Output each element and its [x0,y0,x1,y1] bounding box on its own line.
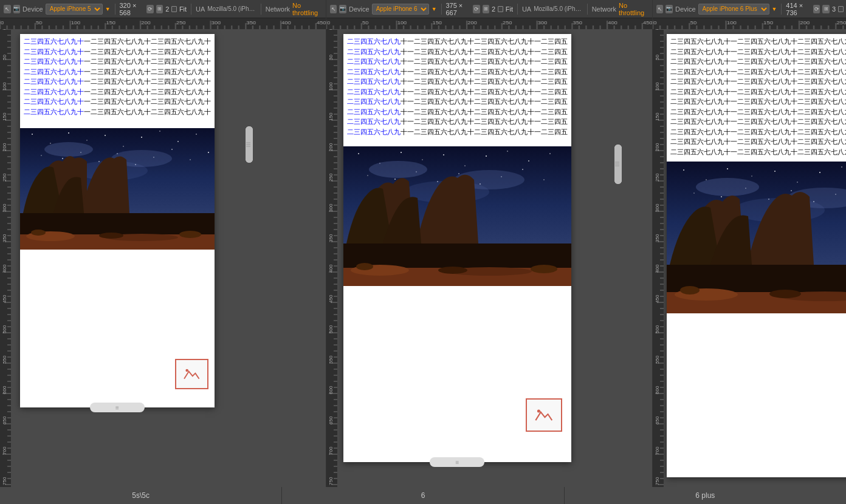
network-label-1: Network [266,5,290,13]
fit-label-2: Fit [506,5,513,13]
svg-point-30 [99,233,123,239]
text-row-3j: 二三四五六七八九十一二三四五六七八九十二三四五六七八九十一二三四五六七八九十 [670,127,846,137]
text-row-2g: 二三四五六七八九十一二三四五六七八九十二三四五六七八九十一二三四五六七八九十 [347,97,568,107]
text-row-2h: 二三四五六七八九十一二三四五六七八九十二三四五六七八九十一二三四五六七八九十 [347,107,568,117]
dims-3: 414 × 736 [786,2,811,16]
svg-point-2 [50,143,51,144]
text-row-2c: 二三四五六七八九十一二三四五六七八九十二三四五六七八九十一二三四五六七八九十 [347,56,568,67]
h-ruler-2 [326,18,652,29]
rotate-icon-2[interactable]: ⟳ [473,5,480,13]
h-ruler-canvas-3 [653,18,846,29]
text-row-3b: 二三四五六七八九十一二三四五六七八九十二三四五六七八九十一二三四五六七八九十 [670,47,846,57]
text-row-1d: 二三四五六七八九十一二三四五六七八九十二三四五六七八九十一二三四五六七八九十 [24,67,211,77]
text-row-3k: 二三四五六七八九十一二三四五六七八九十二三四五六七八九十一二三四五六七八九十 [670,137,846,147]
device-select-2[interactable]: Apple iPhone 6 [372,4,429,15]
svg-point-38 [464,165,466,166]
scrollbar-h-2[interactable]: ≡ [430,457,484,467]
toolbar-1: ↖ 📷 Device Apple iPhone 5 ▼ 320 × 568 ⟳ … [0,0,326,18]
scrollbar-v-2[interactable]: ||| [614,145,622,184]
fit-icon-2[interactable]: ⊞ [483,5,490,13]
device-chevron-2: ▼ [432,6,437,12]
svg-point-37 [443,154,444,155]
ua-label-1: UA [196,5,205,13]
cursor-icon-2[interactable]: ↖ [330,5,337,13]
device-select-1[interactable]: Apple iPhone 5 [46,4,103,15]
svg-point-4 [86,140,88,141]
device-chevron-3: ▼ [772,6,777,12]
svg-point-78 [791,190,792,191]
text-row-3e: 二三四五六七八九十一二三四五六七八九十二三四五六七八九十一二三四五六七八九十 [670,77,846,87]
svg-point-10 [196,134,197,135]
viewport-2[interactable]: 二三四五六七八九十一二三四五六七八九十二三四五六七八九十一二三四五六七八九十 二… [337,29,652,487]
v-ruler-2 [326,29,337,487]
scrollbar-thumb-lines-1: ||| [246,141,252,147]
device-label-2: Device [349,5,370,13]
ua-label-2: UA [522,5,531,13]
ua-value-2: Mozilla/5.0 (iPhone; C [534,5,583,12]
broken-img-1 [175,359,208,389]
svg-point-47 [458,173,459,174]
svg-point-8 [159,131,160,132]
svg-point-75 [721,196,722,197]
scrollbar-h-1[interactable]: ≡ [90,403,145,412]
checkbox-1[interactable] [171,6,177,12]
device-select-3[interactable]: Apple iPhone 6 Plus [698,4,769,15]
screenshot-icon-1[interactable]: 📷 [13,5,21,13]
white-space-2 [343,286,571,462]
night-image-1 [20,128,215,250]
svg-point-42 [549,153,551,154]
v-ruler-1 [0,29,11,487]
main-area-3: 二三四五六七八九十一二三四五六七八九十二三四五六七八九十一二三四五六七八九十 二… [653,29,846,487]
fit-icon-1[interactable]: ⊞ [156,5,163,13]
svg-point-12 [62,158,63,159]
svg-point-62 [537,410,540,413]
scrollbar-v-1[interactable]: ||| [246,126,253,163]
svg-point-11 [41,155,42,156]
viewport-1[interactable]: 二三四五六七八九十一二三四五六七八九十二三四五六七八九十一二三四五六七八九十 二… [11,29,326,487]
h-ruler-3 [653,18,846,29]
svg-point-20 [208,152,209,153]
svg-point-5 [105,135,106,136]
bottom-label-3: 6 plus [565,487,846,504]
bottom-labels: 5s\5c 6 6 plus [0,487,846,504]
fit-label-1: Fit [179,5,187,13]
svg-point-36 [422,159,423,160]
checkbox-3[interactable] [838,6,844,12]
device-label-1: Device [22,5,43,13]
panels-container: ↖ 📷 Device Apple iPhone 5 ▼ 320 × 568 ⟳ … [0,0,846,487]
dpr-2: 2 [492,5,495,13]
svg-point-41 [528,160,529,162]
text-row-1b: 二三四五六七八九十一二三四五六七八九十二三四五六七八九十一二三四五六七八九十 [24,47,211,57]
checkbox-2[interactable] [498,6,503,12]
toolbar-3: ↖ 📷 Device Apple iPhone 6 Plus ▼ 414 × 7… [653,0,846,18]
svg-point-69 [797,182,798,183]
text-row-1a: 二三四五六七八九十一二三四五六七八九十二三四五六七八九十一二三四五六七八九十 [24,36,211,47]
svg-point-61 [438,267,467,274]
v-ruler-canvas-1 [0,29,11,487]
text-row-1e: 二三四五六七八九十一二三四五六七八九十二三四五六七八九十一二三四五六七八九十 [24,77,211,87]
svg-point-43 [367,175,368,176]
svg-point-66 [727,168,728,169]
svg-point-71 [841,166,842,168]
fit-icon-3[interactable]: ⊞ [822,5,830,13]
screenshot-icon-3[interactable]: 📷 [665,5,673,13]
text-row-3l: 二三四五六七八九十一二三四五六七八九十二三四五六七八九十一二三四五六七八九十 [670,147,846,157]
viewport-3[interactable]: 二三四五六七八九十一二三四五六七八九十二三四五六七八九十一二三四五六七八九十 二… [664,29,846,487]
rotate-icon-3[interactable]: ⟳ [813,5,820,13]
rotate-icon-1[interactable]: ⟳ [146,5,154,13]
svg-point-92 [769,290,801,298]
svg-point-1 [32,134,33,135]
scrollbar-thumb-2[interactable]: ||| [614,145,622,184]
svg-point-33 [358,153,359,154]
cursor-icon-3[interactable]: ↖ [656,5,664,13]
panel-iphone6: ↖ 📷 Device Apple iPhone 6 ▼ 375 × 667 ⟳ … [326,0,653,487]
text-row-2b: 二三四五六七八九十一二三四五六七八九十二三四五六七八九十一二三四五六七八九十 [347,47,568,57]
main-area-1: 二三四五六七八九十一二三四五六七八九十二三四五六七八九十一二三四五六七八九十 二… [0,29,326,487]
screenshot-icon-2[interactable]: 📷 [339,5,346,13]
svg-point-21 [44,142,93,157]
cursor-icon-1[interactable]: ↖ [4,5,11,13]
sep-2c [587,4,588,15]
scrollbar-thumb-1[interactable]: ||| [246,126,253,163]
svg-point-52 [369,161,427,178]
device-frame-3: 二三四五六七八九十一二三四五六七八九十二三四五六七八九十一二三四五六七八九十 二… [667,34,846,477]
